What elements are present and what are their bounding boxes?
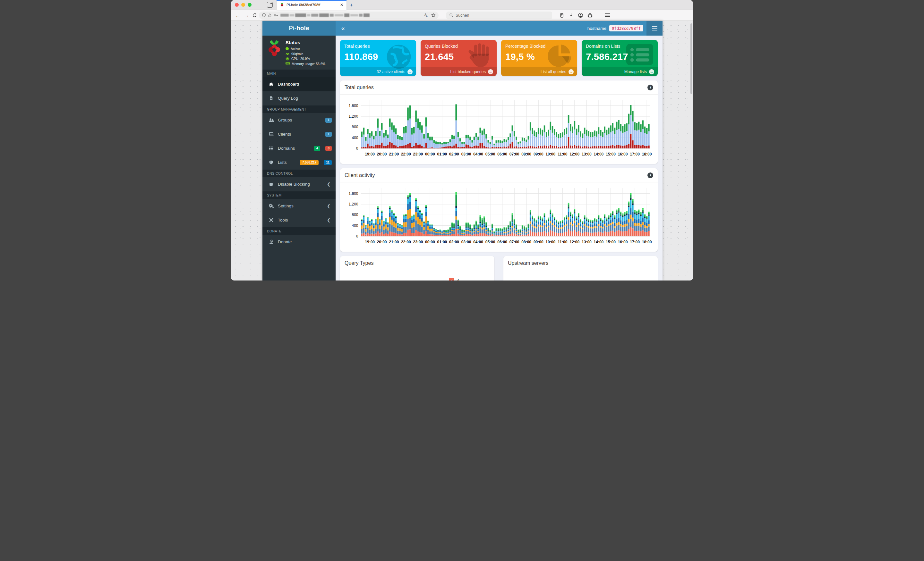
client-activity-chart[interactable]: 04008001.2001.60019:0020:0021:0022:0023:… xyxy=(345,185,653,248)
sidebar-item-dashboard[interactable]: Dashboard xyxy=(262,77,336,91)
minimize-window-button[interactable] xyxy=(241,3,245,7)
forward-icon[interactable]: → xyxy=(243,12,250,18)
key-icon[interactable] xyxy=(274,13,279,17)
app-menu-icon[interactable] xyxy=(646,21,663,36)
sidebar-item-groups[interactable]: Groups 1 xyxy=(262,113,336,127)
svg-text:06:00: 06:00 xyxy=(497,240,507,244)
account-icon[interactable] xyxy=(578,12,583,18)
browser-tab-pihole[interactable]: Pi-hole 0fd38cd798ff ✕ xyxy=(276,0,346,10)
status-memory-row: Memory usage: 56.6% xyxy=(285,62,326,66)
svg-text:01:00: 01:00 xyxy=(437,240,447,244)
tab-overview-icon[interactable] xyxy=(267,2,273,8)
new-tab-button[interactable]: + xyxy=(350,2,353,8)
svg-text:16:00: 16:00 xyxy=(618,240,628,244)
arrow-circle-icon: → xyxy=(649,69,654,74)
chevron-left-icon: ❮ xyxy=(327,182,330,187)
svg-text:21:00: 21:00 xyxy=(389,240,399,244)
sidebar-item-disable-blocking[interactable]: Disable Blocking ❮ xyxy=(262,177,336,191)
total-queries-chart[interactable]: 04008001.2001.60019:0020:0021:0022:0023:… xyxy=(345,97,653,160)
chevron-left-icon: ❮ xyxy=(327,218,330,223)
panel-icon[interactable] xyxy=(559,13,564,18)
url-bar[interactable]: 文A xyxy=(259,12,439,19)
card-link-all-queries[interactable]: List all queries→ xyxy=(501,67,577,76)
card-value: 19,5 % xyxy=(506,52,573,62)
svg-text:03:00: 03:00 xyxy=(461,240,471,244)
hostname-label: hostname:0fd38cd798ff xyxy=(588,26,643,31)
tab-close-icon[interactable]: ✕ xyxy=(339,3,344,7)
groups-count-badge: 1 xyxy=(326,118,332,123)
svg-text:00:00: 00:00 xyxy=(425,240,435,244)
app-header: Pi-hole « hostname:0fd38cd798ff xyxy=(262,21,663,36)
svg-text:19:00: 19:00 xyxy=(365,240,375,244)
page-scrollbar[interactable] xyxy=(690,23,692,94)
sidebar-item-clients[interactable]: Clients 1 xyxy=(262,127,336,141)
pihole-logo[interactable]: Pi-hole xyxy=(262,21,336,36)
info-icon[interactable]: i xyxy=(648,85,653,90)
svg-text:11:00: 11:00 xyxy=(558,240,567,244)
reload-icon[interactable] xyxy=(252,13,257,18)
sidebar-item-tools[interactable]: Tools ❮ xyxy=(262,213,336,227)
sidebar-section-dns-control: DNS CONTROL xyxy=(262,170,336,177)
card-value: 110.869 xyxy=(344,52,412,62)
card-title: Queries Blocked xyxy=(425,43,492,49)
tracking-shield-icon[interactable] xyxy=(262,13,266,17)
svg-text:19:00: 19:00 xyxy=(365,152,375,156)
svg-text:07:00: 07:00 xyxy=(510,152,519,156)
card-title: Total queries xyxy=(344,43,412,49)
svg-text:09:00: 09:00 xyxy=(534,152,543,156)
back-icon[interactable]: ← xyxy=(234,12,241,18)
svg-text:03:00: 03:00 xyxy=(461,152,471,156)
card-percentage-blocked: Percentage Blocked 19,5 % List all queri… xyxy=(501,40,577,76)
tab-title: Pi-hole 0fd38cd798ff xyxy=(286,3,337,7)
search-input[interactable]: Suchen xyxy=(446,12,552,19)
svg-text:14:00: 14:00 xyxy=(594,240,604,244)
sidebar-section-donate: DONATE xyxy=(262,227,336,235)
clients-count-badge: 1 xyxy=(326,132,332,137)
bookmark-star-icon[interactable] xyxy=(431,13,436,18)
svg-text:18:00: 18:00 xyxy=(642,240,652,244)
svg-text:23:00: 23:00 xyxy=(413,240,423,244)
lock-icon[interactable] xyxy=(268,13,272,17)
card-link-manage-lists[interactable]: Manage lists→ xyxy=(582,67,658,76)
home-icon xyxy=(268,82,274,87)
sidebar-item-lists[interactable]: Lists 7.586.217 11 xyxy=(262,156,336,170)
panel-upstream-servers: Upstream servers xyxy=(503,256,658,280)
memory-icon xyxy=(285,62,290,66)
users-icon xyxy=(268,118,274,123)
extension-icon[interactable] xyxy=(588,13,592,18)
status-rate-row: 90q/min xyxy=(285,52,326,56)
query-type-legend-item-a[interactable]: ✓ A xyxy=(449,278,490,280)
maximize-window-button[interactable] xyxy=(248,3,252,7)
close-window-button[interactable] xyxy=(235,3,239,7)
svg-text:11:00: 11:00 xyxy=(558,152,567,156)
sidebar-item-donate[interactable]: $ Donate xyxy=(262,235,336,249)
info-icon[interactable]: i xyxy=(648,172,653,178)
card-link-active-clients[interactable]: 32 active clients→ xyxy=(340,67,416,76)
checkbox-checked-icon[interactable]: ✓ xyxy=(449,278,454,280)
panel-title: Query Types xyxy=(345,260,374,266)
sidebar-item-domains[interactable]: Domains 4 0 xyxy=(262,141,336,156)
svg-text:12:00: 12:00 xyxy=(570,152,580,156)
download-icon[interactable] xyxy=(568,13,574,18)
translate-icon[interactable]: 文A xyxy=(424,13,429,18)
svg-text:01:00: 01:00 xyxy=(437,152,447,156)
svg-text:06:00: 06:00 xyxy=(497,152,507,156)
gears-icon xyxy=(268,203,274,208)
svg-text:800: 800 xyxy=(352,125,358,129)
card-total-queries: Total queries 110.869 32 active clients→ xyxy=(340,40,416,76)
page-viewport: Pi-hole « hostname:0fd38cd798ff xyxy=(231,21,693,280)
svg-text:02:00: 02:00 xyxy=(449,152,459,156)
sidebar-item-settings[interactable]: Settings ❮ xyxy=(262,199,336,213)
browser-tabstrip: Pi-hole 0fd38cd798ff ✕ + xyxy=(231,0,693,10)
sidebar-item-query-log[interactable]: Query Log xyxy=(262,91,336,105)
sidebar-collapse-icon[interactable]: « xyxy=(336,25,350,32)
cpu-icon xyxy=(285,57,290,61)
browser-menu-icon[interactable] xyxy=(605,13,610,17)
tools-icon xyxy=(268,218,274,223)
card-link-blocked-queries[interactable]: List blocked queries→ xyxy=(421,67,496,76)
card-queries-blocked: Queries Blocked 21.645 List blocked quer… xyxy=(421,40,496,76)
legend-label: A xyxy=(457,278,460,280)
sidebar: Status Active 90q/min CPU: 20.9% xyxy=(262,36,336,280)
search-placeholder: Suchen xyxy=(456,13,469,18)
card-value: 21.645 xyxy=(425,52,492,62)
